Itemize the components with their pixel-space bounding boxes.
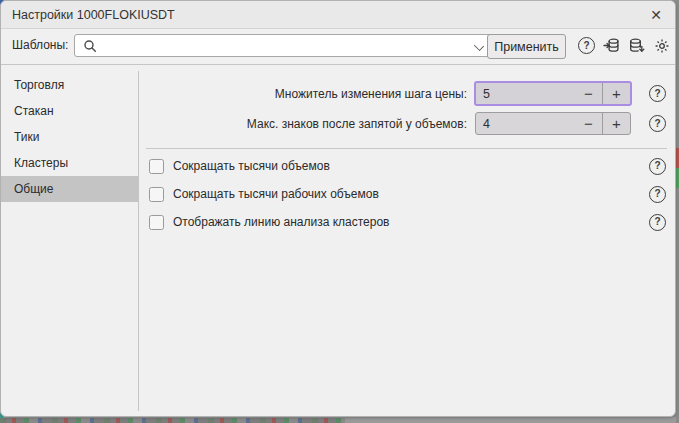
help-icon[interactable]: ?	[649, 186, 666, 203]
minus-icon[interactable]: −	[575, 83, 602, 104]
sidebar-item-ticks[interactable]: Тики	[1, 124, 138, 150]
plus-icon[interactable]: +	[603, 83, 630, 104]
settings-dialog: Настройки 1000FLOKIUSDT ✕ Шаблоны: Приме…	[0, 0, 676, 417]
shorten-thousands-label: Сокращать тысячи объемов	[164, 159, 330, 173]
dialog-content: Торговля Стакан Тики Кластеры Общие Множ…	[1, 65, 675, 416]
dialog-title: Настройки 1000FLOKIUSDT	[1, 8, 175, 22]
sidebar-item-trading[interactable]: Торговля	[1, 72, 138, 98]
max-volume-decimals-value[interactable]: 4	[476, 117, 575, 131]
plus-icon[interactable]: +	[603, 113, 630, 134]
cluster-analysis-line-checkbox[interactable]	[149, 215, 164, 230]
template-search-combobox[interactable]	[74, 34, 495, 57]
apply-button[interactable]: Применить	[487, 34, 566, 59]
template-search-input[interactable]	[104, 38, 475, 54]
help-icon[interactable]: ?	[649, 85, 666, 102]
shorten-thousands-row: Сокращать тысячи объемов ?	[139, 152, 675, 180]
gear-icon[interactable]	[653, 37, 670, 54]
max-volume-decimals-label: Макс. знаков после запятой у объемов:	[139, 117, 475, 131]
price-step-multiplier-row: Множитель изменения шага цены: 5 − + ?	[139, 82, 675, 105]
toolbar-icons: ?	[578, 34, 670, 57]
templates-label: Шаблоны:	[12, 38, 68, 52]
sidebar-item-general[interactable]: Общие	[1, 176, 138, 202]
general-settings-panel: Множитель изменения шага цены: 5 − + ? М…	[139, 65, 675, 416]
price-step-multiplier-label: Множитель изменения шага цены:	[139, 87, 475, 101]
price-step-multiplier-value[interactable]: 5	[476, 87, 575, 101]
export-settings-icon[interactable]	[628, 37, 645, 54]
shorten-working-thousands-row: Сокращать тысячи рабочих объемов ?	[139, 180, 675, 208]
close-icon[interactable]: ✕	[646, 5, 666, 25]
settings-sidebar: Торговля Стакан Тики Кластеры Общие	[1, 65, 138, 416]
price-step-multiplier-stepper[interactable]: 5 − +	[474, 81, 632, 106]
help-icon[interactable]: ?	[649, 158, 666, 175]
sidebar-item-orderbook[interactable]: Стакан	[1, 98, 138, 124]
shorten-working-thousands-label: Сокращать тысячи рабочих объемов	[164, 187, 379, 201]
chevron-down-icon[interactable]	[475, 41, 484, 50]
shorten-working-thousands-checkbox[interactable]	[149, 187, 164, 202]
screen: { "dialog": { "title": "Настройки 1000FL…	[0, 0, 679, 423]
minus-icon[interactable]: −	[575, 113, 602, 134]
cluster-analysis-line-label: Отображать линию анализа кластеров	[164, 215, 390, 229]
cluster-analysis-line-row: Отображать линию анализа кластеров ?	[139, 208, 675, 236]
sidebar-item-clusters[interactable]: Кластеры	[1, 150, 138, 176]
search-icon	[83, 39, 97, 53]
max-volume-decimals-stepper[interactable]: 4 − +	[475, 112, 631, 135]
help-icon[interactable]: ?	[649, 115, 666, 132]
shorten-thousands-checkbox[interactable]	[149, 159, 164, 174]
background-chart-speckles	[0, 418, 345, 423]
title-bar: Настройки 1000FLOKIUSDT ✕	[1, 1, 675, 29]
help-icon[interactable]: ?	[578, 37, 595, 54]
help-icon[interactable]: ?	[649, 214, 666, 231]
section-divider	[146, 148, 667, 149]
import-settings-icon[interactable]	[603, 37, 620, 54]
templates-toolbar: Шаблоны: Применить ?	[1, 29, 675, 65]
max-volume-decimals-row: Макс. знаков после запятой у объемов: 4 …	[139, 112, 675, 135]
